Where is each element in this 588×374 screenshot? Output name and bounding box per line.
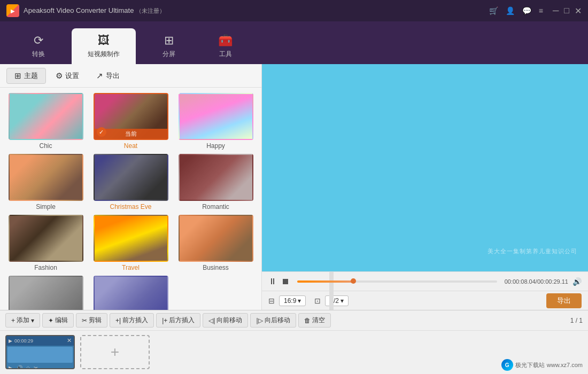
clip-play-icon[interactable]: ▶ [9,365,13,369]
maximize-button[interactable]: □ [564,6,569,16]
theme-grid: Chic 当前 ✓ Neat Happy Simple Christmas Ev [0,88,261,310]
stop-button[interactable]: ⏹ [281,277,290,286]
menu-icon[interactable]: ≡ [539,6,543,15]
move-next-icon: |▷ [256,317,262,324]
theme-romantic[interactable]: Romantic [175,154,256,211]
quality-button[interactable]: 1/2 ▾ [325,295,349,306]
title-bar: Apeaksoft Video Converter Ultimate （未注册）… [0,0,588,21]
theme-name-romantic: Romantic [202,203,229,211]
move-prev-icon: ◁| [208,317,215,324]
theme-chic[interactable]: Chic [5,93,86,150]
theme-fashion[interactable]: Fashion [5,215,86,271]
split-icon: ⊞ [164,34,174,48]
close-button[interactable]: ✕ [575,6,582,16]
tab-split[interactable]: ⊞ 分屏 [146,28,191,64]
settings-button[interactable]: ⚙ 设置 [48,68,87,83]
theme-name-neat: Neat [124,142,137,150]
ratio-button[interactable]: 16:9 ▾ [279,295,306,306]
title-bar-icons: 🛒 👤 💬 ≡ [489,6,543,15]
theme-happy[interactable]: Happy [175,93,256,150]
add-clip-button[interactable]: + [80,335,150,369]
settings-icon: ⚙ [56,71,63,81]
clip-close-button[interactable]: ✕ [67,337,72,344]
edit-button[interactable]: ✦ 编辑 [42,313,74,328]
pause-button[interactable]: ⏸ [268,277,277,286]
site-url: www.xz7.com [547,362,583,368]
check-badge: ✓ [97,127,106,137]
theme-thumb-simple [9,154,83,201]
clip-star-icon[interactable]: ☆ [26,365,30,369]
clear-button[interactable]: 🗑 清空 [298,313,331,328]
progress-bar[interactable] [297,280,497,283]
nav-bar: ⟳ 转换 🖼 短视频制作 ⊞ 分屏 🧰 工具 [0,21,588,64]
tab-short-video[interactable]: 🖼 短视频制作 [72,28,136,64]
aspect-ratio-icon: ⊟ [268,297,275,305]
video-options: ⊟ 16:9 ▾ ⊡ 1/2 ▾ 导出 [262,291,588,310]
theme-thumb-chic [9,93,83,140]
clip-counter: 1 / 1 [570,317,583,324]
clip-preview [7,347,73,363]
theme-extra2[interactable] [90,276,171,310]
volume-icon[interactable]: 🔊 [572,277,582,286]
site-name: 极光下载站 [515,361,545,369]
user-icon[interactable]: 👤 [506,6,515,15]
message-icon[interactable]: 💬 [522,6,531,15]
cart-icon[interactable]: 🛒 [489,6,498,15]
tools-icon: 🧰 [218,34,233,48]
app-title: Apeaksoft Video Converter Ultimate （未注册） [24,6,485,15]
theme-name-fashion: Fashion [34,264,57,271]
theme-thumb-neat: 当前 ✓ [94,93,168,140]
add-icon: + [11,317,15,324]
ratio-dropdown-icon: ▾ [298,297,301,305]
add-button[interactable]: + 添加 ▾ [5,313,40,328]
right-panel: 美大全一集制第养儿童知识公司 ⏸ ⏹ 00:00:08.04/00:00:29.… [262,64,588,310]
timeline-section: + 添加 ▾ ✦ 编辑 ✂ 剪辑 +| 前方插入 |+ 后方插入 ◁| 向前移动… [0,310,588,374]
move-prev-button[interactable]: ◁| 向前移动 [203,313,248,328]
cut-button[interactable]: ✂ 剪辑 [76,313,107,328]
theme-icon: ⊞ [14,71,21,81]
move-next-button[interactable]: |▷ 向后移动 [250,313,296,328]
insert-before-icon: +| [115,317,121,324]
theme-name-happy: Happy [206,142,225,150]
insert-after-icon: |+ [162,317,167,324]
minimize-button[interactable]: ─ [553,6,559,16]
theme-simple[interactable]: Simple [5,154,86,211]
add-dropdown-icon: ▾ [31,317,34,324]
tab-convert[interactable]: ⟳ 转换 [16,28,61,64]
theme-name-travel: Travel [122,264,140,271]
theme-extra1[interactable] [5,276,86,310]
clip-audio-icon[interactable]: 🔊 [16,365,22,369]
clip-cut-icon[interactable]: ✂ [34,365,38,369]
main-content: ⊞ 主题 ⚙ 设置 ↗ 导出 Chic 当前 ✓ [0,64,588,310]
theme-thumb-fashion [9,215,83,262]
theme-thumb-romantic [179,154,253,201]
edit-icon: ✦ [48,317,53,324]
theme-business[interactable]: Business [175,215,256,271]
theme-christmas[interactable]: Christmas Eve [90,154,171,211]
tab-tools[interactable]: 🧰 工具 [202,28,249,64]
left-toolbar: ⊞ 主题 ⚙ 设置 ↗ 导出 [0,64,261,88]
theme-thumb-extra1 [9,276,83,310]
timeline-toolbar: + 添加 ▾ ✦ 编辑 ✂ 剪辑 +| 前方插入 |+ 后方插入 ◁| 向前移动… [0,310,588,331]
theme-travel[interactable]: Travel [90,215,171,271]
insert-after-button[interactable]: |+ 后方插入 [156,313,200,328]
export-button[interactable]: 导出 [546,293,582,308]
video-controls: ⏸ ⏹ 00:00:08.04/00:00:29.11 🔊 [262,271,588,291]
site-logo: G [501,359,513,371]
export-left-button[interactable]: ↗ 导出 [89,68,127,83]
window-controls: ─ □ ✕ [553,6,582,16]
theme-button[interactable]: ⊞ 主题 [6,68,46,84]
short-video-icon: 🖼 [98,34,110,48]
theme-name-christmas: Christmas Eve [110,203,151,211]
clip-duration: 00:00:29 [14,338,33,344]
theme-thumb-happy [179,93,253,140]
theme-neat[interactable]: 当前 ✓ Neat [90,93,171,150]
timeline-clip[interactable]: ▶ 00:00:29 ✕ ▶ 🔊 ☆ ✂ [5,335,75,369]
clear-icon: 🗑 [304,317,311,324]
theme-thumb-extra2 [94,276,168,310]
cut-icon: ✂ [82,317,87,324]
site-watermark: G 极光下载站 www.xz7.com [501,359,583,371]
timeline-content: ▶ 00:00:29 ✕ ▶ 🔊 ☆ ✂ + [0,331,588,373]
left-panel: ⊞ 主题 ⚙ 设置 ↗ 导出 Chic 当前 ✓ [0,64,262,310]
insert-before-button[interactable]: +| 前方插入 [110,313,154,328]
